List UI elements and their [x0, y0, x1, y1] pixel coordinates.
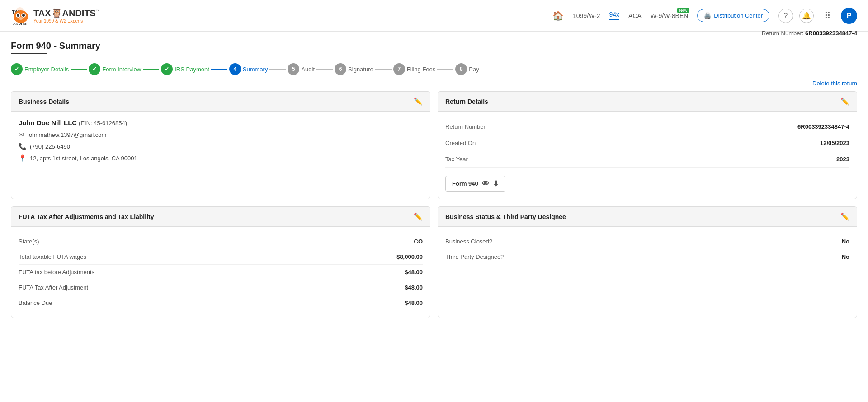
email-icon: ✉ [19, 131, 24, 138]
return-details-card: Return Details ✏️ Return Number 6R003392… [438, 91, 857, 199]
step-filing-fees-label: Filing Fees [407, 66, 436, 73]
business-details-card: Business Details ✏️ John Doe Nill LLC (E… [11, 91, 430, 199]
business-name: John Doe Nill LLC [19, 119, 77, 126]
top-cards-row: Business Details ✏️ John Doe Nill LLC (E… [11, 91, 857, 199]
return-number-row: Return Number 6R003392334847-4 [445, 119, 849, 135]
biz-status-card-body: Business Closed? No Third Party Designee… [438, 227, 857, 271]
step-employer-details[interactable]: ✓ Employer Details [11, 63, 69, 75]
step-audit-circle: 5 [288, 63, 299, 75]
step-form-interview-label: Form Interview [102, 66, 141, 73]
step-employer-details-circle: ✓ [11, 63, 23, 75]
phone-icon: 📞 [19, 143, 26, 150]
business-address: 12, apts 1st street, Los angels, CA 9000… [30, 155, 137, 162]
location-icon: 📍 [19, 154, 26, 162]
created-on-row: Created On 12/05/2023 [445, 135, 849, 151]
futa-states-value: CO [414, 238, 423, 245]
svg-point-3 [14, 10, 28, 23]
return-card-header: Return Details ✏️ [438, 92, 857, 112]
tax-year-value: 2023 [836, 156, 849, 163]
distribution-center-label: Distribution Center [714, 12, 763, 19]
futa-card-body: State(s) CO Total taxable FUTA wages $8,… [11, 227, 430, 318]
step-irs-payment[interactable]: ✓ IRS Payment [161, 63, 209, 75]
help-button[interactable]: ? [778, 9, 793, 23]
delete-return-link[interactable]: Delete this return [812, 80, 857, 87]
business-edit-icon[interactable]: ✏️ [414, 97, 423, 106]
nav-w9w8ben[interactable]: W-9/W-8BEN [651, 12, 689, 19]
business-phone: (790) 225-6490 [30, 143, 70, 150]
download-icon: ⬇ [493, 179, 499, 188]
created-on-label: Created On [445, 140, 476, 146]
futa-edit-icon[interactable]: ✏️ [414, 212, 423, 221]
step-form-interview-circle: ✓ [89, 63, 100, 75]
step-pay[interactable]: 8 Pay [455, 63, 479, 75]
nav-94x[interactable]: 94x [609, 11, 619, 20]
futa-after-adj-label: FUTA Tax After Adjustment [19, 284, 88, 291]
svg-point-7 [22, 14, 25, 17]
biz-closed-label: Business Closed? [445, 238, 492, 245]
connector-2 [143, 69, 159, 70]
step-form-interview[interactable]: ✓ Form Interview [89, 63, 141, 75]
return-card-body: Return Number 6R003392334847-4 Created O… [438, 112, 857, 199]
business-card-title: Business Details [19, 98, 69, 105]
logo-icon: TAX ANDITS [11, 6, 31, 26]
logo: TAX ANDITS TAX🦉ANDITS™ Your 1099 & W2 Ex… [11, 6, 100, 26]
business-card-header: Business Details ✏️ [11, 92, 430, 112]
header-icons: ? 🔔 ⠿ P [778, 8, 857, 24]
tax-year-label: Tax Year [445, 156, 468, 163]
distribution-center-button[interactable]: 🖨️ Distribution Center [697, 9, 769, 22]
futa-balance-label: Balance Due [19, 299, 52, 306]
biz-closed-value: No [842, 238, 849, 245]
business-ein: (EIN: 45-6126854) [79, 120, 127, 126]
logo-main-text: TAX🦉ANDITS™ [33, 8, 100, 19]
apps-grid-button[interactable]: ⠿ [820, 9, 835, 23]
futa-after-adj-value: $48.00 [405, 284, 423, 291]
tax-year-row: Tax Year 2023 [445, 151, 849, 168]
nav-aca[interactable]: ACA [628, 12, 642, 19]
nav-1099w2[interactable]: 1099/W-2 [573, 12, 600, 19]
created-on-value: 12/05/2023 [820, 140, 849, 146]
step-filing-fees[interactable]: 7 Filing Fees [393, 63, 436, 75]
biz-status-card: Business Status & Third Party Designee ✏… [438, 206, 857, 318]
return-number: Return Number: 6R003392334847-4 [762, 30, 857, 37]
step-summary-label: Summary [243, 66, 268, 73]
third-party-label: Third Party Designee? [445, 253, 504, 260]
form-940-button[interactable]: Form 940 👁 ⬇ [445, 176, 505, 192]
futa-card-title: FUTA Tax After Adjustments and Tax Liabi… [19, 213, 154, 220]
return-number-value: 6R003392334847-4 [805, 30, 857, 37]
step-summary[interactable]: 4 Summary [229, 63, 268, 75]
step-audit[interactable]: 5 Audit [288, 63, 315, 75]
nav-area: 🏠 1099/W-2 94x ACA New W-9/W-8BEN 🖨️ Dis… [552, 8, 857, 24]
page-title-underline [11, 53, 47, 54]
step-audit-label: Audit [301, 66, 315, 73]
biz-status-edit-icon[interactable]: ✏️ [840, 212, 849, 221]
avatar[interactable]: P [841, 8, 857, 24]
eye-icon: 👁 [482, 180, 489, 188]
futa-card: FUTA Tax After Adjustments and Tax Liabi… [11, 206, 430, 318]
return-number-row-label: Return Number [445, 123, 486, 130]
stepper: ✓ Employer Details ✓ Form Interview ✓ IR… [11, 63, 857, 75]
futa-wages-label: Total taxable FUTA wages [19, 253, 86, 260]
futa-balance-value: $48.00 [405, 299, 423, 306]
return-edit-icon[interactable]: ✏️ [840, 97, 849, 106]
delete-return-area: Delete this return [11, 79, 857, 87]
business-email: johnmathew.1397@gmail.com [28, 131, 106, 138]
step-employer-details-label: Employer Details [24, 66, 69, 73]
connector-1 [71, 69, 87, 70]
business-email-row: ✉ johnmathew.1397@gmail.com [19, 131, 423, 138]
connector-6 [375, 69, 392, 70]
step-signature[interactable]: 6 Signature [335, 63, 373, 75]
connector-5 [316, 69, 333, 70]
svg-point-6 [17, 14, 19, 17]
notifications-button[interactable]: 🔔 [799, 9, 814, 23]
step-pay-label: Pay [469, 66, 479, 73]
nav-home[interactable]: 🏠 [552, 10, 564, 21]
futa-before-adj-label: FUTA tax before Adjustments [19, 269, 94, 276]
futa-states-label: State(s) [19, 238, 39, 245]
new-badge: New [677, 8, 689, 13]
futa-wages-value: $8,000.00 [396, 253, 423, 260]
step-filing-fees-circle: 7 [393, 63, 405, 75]
third-party-row: Third Party Designee? No [445, 249, 849, 264]
biz-status-card-title: Business Status & Third Party Designee [445, 213, 566, 220]
futa-wages-row: Total taxable FUTA wages $8,000.00 [19, 249, 423, 265]
business-card-body: John Doe Nill LLC (EIN: 45-6126854) ✉ jo… [11, 112, 430, 169]
